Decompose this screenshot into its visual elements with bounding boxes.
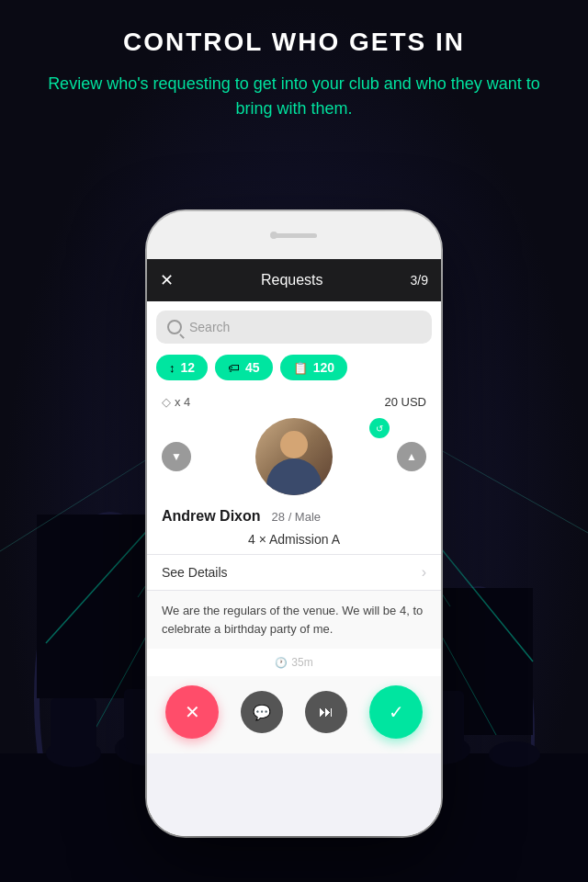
chevron-right-icon: ›	[422, 564, 426, 581]
card-top-row: ◇ x 4 20 USD	[147, 386, 441, 413]
admission-text: 4 × Admission A	[147, 532, 441, 554]
profile-section: ▼ ↺ ▲	[147, 413, 441, 504]
approve-button[interactable]: ✓	[369, 685, 423, 739]
action-row: ✕ 💬 ⏭ ✓	[147, 676, 441, 753]
card-area: ◇ x 4 20 USD ▼ ↺ ▲	[147, 386, 441, 836]
filter-count-2: 45	[245, 360, 260, 375]
svg-rect-21	[51, 698, 96, 753]
chat-icon: 💬	[253, 704, 271, 721]
reject-button[interactable]: ✕	[165, 685, 219, 739]
prev-arrow[interactable]: ▼	[162, 442, 191, 471]
next-arrow[interactable]: ▲	[397, 442, 426, 471]
filter-count-1: 12	[181, 360, 196, 375]
phone-top-bar	[147, 211, 441, 259]
app-screen: ✕ Requests 3/9 Search ↕ 12 🏷 45 📋 120	[147, 259, 441, 836]
svg-point-20	[489, 741, 540, 767]
avatar	[255, 418, 333, 495]
filter-icon-3: 📋	[293, 361, 308, 375]
close-button[interactable]: ✕	[160, 270, 174, 290]
see-details-button[interactable]: See Details ›	[147, 554, 441, 590]
approve-icon: ✓	[389, 701, 404, 723]
price-text: 20 USD	[384, 395, 426, 409]
request-card: ◇ x 4 20 USD ▼ ↺ ▲	[147, 386, 441, 676]
app-header: ✕ Requests 3/9	[147, 259, 441, 301]
person-meta: 28 / Male	[272, 510, 321, 524]
avatar-wrap: ↺	[191, 418, 397, 495]
filter-chip-2[interactable]: 🏷 45	[215, 355, 273, 380]
filter-icon-1: ↕	[169, 361, 175, 375]
filter-row: ↕ 12 🏷 45 📋 120	[147, 349, 441, 386]
person-info: Andrew Dixon 28 / Male	[147, 504, 441, 532]
avatar-badge: ↺	[369, 418, 390, 438]
chat-button[interactable]: 💬	[241, 691, 283, 733]
time-row: 🕐 35m	[147, 649, 441, 676]
avatar-body	[266, 458, 322, 495]
filter-chip-3[interactable]: 📋 120	[280, 355, 347, 380]
skip-button[interactable]: ⏭	[305, 691, 347, 733]
ticket-icon: ◇	[162, 395, 171, 409]
message-text: We are the regulars of the venue. We wil…	[162, 602, 426, 638]
phone-mockup: ✕ Requests 3/9 Search ↕ 12 🏷 45 📋 120	[147, 211, 441, 836]
person-name: Andrew Dixon	[162, 508, 261, 525]
see-details-label: See Details	[162, 565, 228, 580]
message-box: We are the regulars of the venue. We wil…	[147, 590, 441, 649]
page-title: CONTROL WHO GETS IN	[37, 28, 551, 57]
header-count: 3/9	[411, 273, 428, 288]
skip-icon: ⏭	[319, 704, 334, 720]
ticket-info: ◇ x 4	[162, 395, 190, 409]
top-text-section: CONTROL WHO GETS IN Review who's request…	[0, 28, 588, 121]
search-bar[interactable]: Search	[156, 311, 432, 344]
search-placeholder: Search	[189, 320, 230, 334]
search-icon	[167, 320, 182, 334]
filter-icon-2: 🏷	[228, 361, 240, 375]
filter-chip-1[interactable]: ↕ 12	[156, 355, 208, 380]
page-subtitle: Review who's requesting to get into your…	[37, 72, 551, 121]
filter-count-3: 120	[313, 360, 334, 375]
clock-icon: 🕐	[275, 657, 288, 669]
time-ago: 35m	[291, 656, 312, 669]
phone-speaker	[271, 233, 317, 238]
reject-icon: ✕	[185, 701, 200, 723]
header-title: Requests	[261, 272, 323, 288]
ticket-count: x 4	[175, 395, 190, 409]
avatar-head	[280, 431, 308, 458]
